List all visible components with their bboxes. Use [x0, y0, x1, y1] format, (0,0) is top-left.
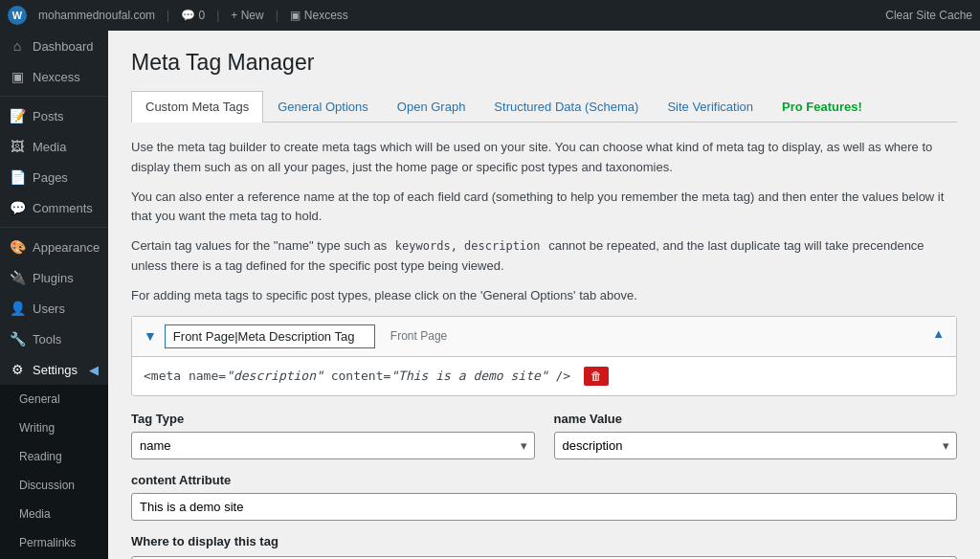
content-input[interactable]	[131, 493, 957, 521]
sidebar: ⌂ Dashboard ▣ Nexcess 📝 Posts 🖼 Media 📄 …	[0, 31, 108, 559]
nexcess-sidebar-icon: ▣	[10, 69, 25, 84]
desc3-prefix: Certain tag values for the "name" type s…	[131, 238, 390, 253]
tab-site-verification[interactable]: Site Verification	[653, 91, 768, 122]
sidebar-item-plugins[interactable]: 🔌 Plugins	[0, 262, 108, 293]
sidebar-item-nexcess[interactable]: ▣ Nexcess	[0, 61, 108, 92]
sep2: |	[216, 9, 219, 22]
tools-icon: 🔧	[10, 331, 25, 347]
posts-label: Posts	[33, 109, 64, 123]
sidebar-item-posts[interactable]: 📝 Posts	[0, 101, 108, 131]
tag-type-group: Tag Type name http-equiv property charse…	[131, 412, 535, 459]
name-value-label: name Value	[554, 412, 958, 426]
media-icon: 🖼	[10, 139, 25, 154]
comment-bubble-icon: 💬	[181, 9, 195, 22]
where-label: Where to display this tag	[131, 534, 957, 548]
tab-general-options[interactable]: General Options	[263, 91, 383, 122]
meta-tag-card: ▼ Front Page ▲ <meta name="description" …	[131, 316, 957, 396]
sidebar-item-tools[interactable]: 🔧 Tools	[0, 324, 108, 354]
sidebar-item-writing[interactable]: Writing	[0, 414, 108, 442]
plugins-label: Plugins	[33, 271, 74, 285]
plugins-icon: 🔌	[10, 270, 25, 285]
pages-label: Pages	[33, 170, 68, 185]
meta-card-body: <meta name="description" content="This i…	[132, 357, 956, 395]
sidebar-item-general[interactable]: General	[0, 385, 108, 414]
sidebar-item-pages[interactable]: 📄 Pages	[0, 162, 108, 192]
delete-meta-btn[interactable]: 🗑	[584, 367, 609, 386]
users-icon: 👤	[10, 301, 25, 316]
appearance-icon: 🎨	[10, 239, 25, 255]
where-display-group: Where to display this tag Front Page ×	[131, 534, 957, 559]
users-label: Users	[33, 302, 65, 316]
meta-card-location: Front Page	[390, 329, 447, 343]
new-link[interactable]: + New	[231, 9, 263, 22]
wp-logo: W	[8, 6, 27, 25]
nexcess-icon: ▣	[290, 9, 301, 22]
desc4: For adding meta tags to specific post ty…	[131, 286, 957, 306]
nexcess-label: Nexcess	[304, 9, 348, 22]
tab-structured-data[interactable]: Structured Data (Schema)	[479, 91, 653, 122]
media-sub-label: Media	[19, 507, 51, 521]
comments-icon: 💬	[10, 200, 25, 215]
settings-label: Settings	[33, 363, 78, 377]
content-label: content Attribute	[131, 473, 957, 487]
desc3-code: keywords, description	[390, 237, 546, 255]
sidebar-item-reading[interactable]: Reading	[0, 442, 108, 471]
display-location-box[interactable]: Front Page ×	[131, 556, 957, 559]
appearance-label: Appearance	[33, 240, 100, 255]
sidebar-item-comments[interactable]: 💬 Comments	[0, 192, 108, 223]
sep1: |	[167, 9, 169, 22]
writing-label: Writing	[19, 421, 55, 435]
top-bar: W mohammednoufal.com | 💬 0 | + New | ▣ N…	[0, 0, 980, 31]
comments-count: 0	[199, 9, 206, 22]
posts-icon: 📝	[10, 108, 25, 123]
name-value-group: name Value description keywords author v…	[554, 412, 958, 459]
sep3: |	[276, 9, 278, 22]
name-value-select[interactable]: description keywords author viewport rob…	[554, 432, 958, 459]
settings-icon: ⚙	[10, 362, 25, 377]
sidebar-item-media[interactable]: 🖼 Media	[0, 131, 108, 162]
tab-pro-features[interactable]: Pro Features!	[768, 91, 877, 122]
desc3: Certain tag values for the "name" type s…	[131, 236, 957, 277]
main-content: Meta Tag Manager Custom Meta Tags Genera…	[108, 31, 980, 559]
sidebar-sep2	[0, 227, 108, 228]
permalinks-label: Permalinks	[19, 536, 76, 549]
general-label: General	[19, 392, 60, 406]
comments-label: Comments	[33, 201, 93, 215]
clear-cache-btn[interactable]: Clear Site Cache	[885, 9, 972, 22]
sidebar-item-permalinks[interactable]: Permalinks	[0, 528, 108, 557]
settings-submenu: General Writing Reading Discussion Media…	[0, 385, 108, 559]
tag-type-select[interactable]: name http-equiv property charset custom	[131, 432, 535, 459]
sidebar-sep1	[0, 96, 108, 97]
comments-link[interactable]: 💬 0	[181, 9, 205, 22]
discussion-label: Discussion	[19, 479, 75, 492]
reading-label: Reading	[19, 450, 62, 463]
tab-open-graph[interactable]: Open Graph	[383, 91, 480, 122]
sidebar-item-settings[interactable]: ⚙ Settings ◀	[0, 354, 108, 385]
nexcess-sidebar-label: Nexcess	[33, 70, 80, 84]
tag-type-label: Tag Type	[131, 412, 535, 426]
sidebar-item-media[interactable]: Media	[0, 500, 108, 528]
sidebar-item-dashboard[interactable]: ⌂ Dashboard	[0, 31, 108, 61]
pages-icon: 📄	[10, 169, 25, 185]
dashboard-label: Dashboard	[33, 39, 94, 54]
desc1: Use the meta tag builder to create meta …	[131, 138, 957, 178]
page-title: Meta Tag Manager	[131, 50, 957, 76]
scroll-up-btn[interactable]: ▲	[932, 326, 945, 341]
tag-type-select-wrapper: name http-equiv property charset custom	[131, 432, 535, 459]
card-toggle-icon[interactable]: ▼	[144, 328, 157, 344]
sidebar-item-users[interactable]: 👤 Users	[0, 293, 108, 324]
sidebar-item-discussion[interactable]: Discussion	[0, 471, 108, 500]
settings-arrow: ◀	[89, 363, 99, 377]
tab-custom-meta-tags[interactable]: Custom Meta Tags	[131, 91, 263, 123]
nexcess-link[interactable]: ▣ Nexcess	[290, 9, 348, 22]
tabs: Custom Meta Tags General Options Open Gr…	[131, 91, 957, 123]
meta-card-header: ▼ Front Page ▲	[132, 317, 956, 357]
meta-code-display: <meta name="description" content="This i…	[144, 369, 578, 383]
meta-card-name-input[interactable]	[165, 324, 375, 348]
tools-label: Tools	[33, 332, 61, 347]
desc2: You can also enter a reference name at t…	[131, 188, 957, 228]
sidebar-item-appearance[interactable]: 🎨 Appearance	[0, 232, 108, 262]
site-name[interactable]: mohammednoufal.com	[38, 9, 155, 22]
dashboard-icon: ⌂	[10, 38, 25, 54]
name-value-select-wrapper: description keywords author viewport rob…	[554, 432, 958, 459]
